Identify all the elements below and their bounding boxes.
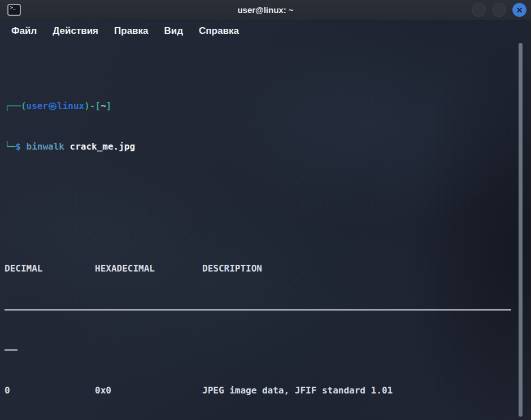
close-button[interactable]: ✕ xyxy=(512,3,526,17)
close-icon: ✕ xyxy=(516,6,523,15)
prompt-host: linux xyxy=(57,100,84,111)
table-row: 0 0x0 JPEG image data, JFIF standard 1.0… xyxy=(5,384,526,397)
titlebar[interactable]: >_ user@linux: ~ ✕ xyxy=(0,0,531,20)
maximize-button[interactable] xyxy=(492,3,506,17)
window-buttons: ✕ xyxy=(472,3,526,17)
terminal-window: { "window": { "title": "user@linux: ~" }… xyxy=(0,0,531,420)
menu-file[interactable]: Файл xyxy=(11,25,37,37)
prompt-frame: )-[ xyxy=(84,100,101,111)
window-title: user@linux: ~ xyxy=(0,0,531,20)
prompt-line-1: ┌──(user㉿linux)-[~] xyxy=(5,99,526,113)
command-name: binwalk xyxy=(27,141,64,152)
menu-edit[interactable]: Правка xyxy=(114,25,148,37)
col-decimal: DECIMAL xyxy=(5,262,95,275)
minimize-button[interactable] xyxy=(472,3,486,17)
cell-decimal: 0 xyxy=(5,384,95,397)
col-hexadecimal: HEXADECIMAL xyxy=(95,262,202,275)
prompt-frame: └─ xyxy=(5,141,15,152)
command-argument: crack_me.jpg xyxy=(70,141,136,152)
header-separator xyxy=(5,303,526,316)
col-description: DESCRIPTION xyxy=(202,262,526,275)
prompt-cwd: ~ xyxy=(101,100,106,111)
terminal-output-area[interactable]: ┌──(user㉿linux)-[~] └─$binwalkcrack_me.j… xyxy=(0,42,531,420)
command-line-1: └─$binwalkcrack_me.jpg xyxy=(5,140,526,154)
scrollbar-thumb[interactable] xyxy=(519,43,523,417)
prompt-user: user xyxy=(27,100,49,111)
kali-at-icon: ㉿ xyxy=(48,100,57,111)
blank-line xyxy=(5,194,526,208)
menubar: Файл Действия Правка Вид Справка xyxy=(0,20,531,42)
prompt-dollar: $ xyxy=(15,141,21,152)
prompt-frame: ┌──( xyxy=(5,100,27,111)
cell-hex: 0x0 xyxy=(95,384,202,397)
separator-wrap xyxy=(5,343,526,357)
table-header: DECIMAL HEXADECIMAL DESCRIPTION xyxy=(5,262,526,275)
cell-description: JPEG image data, JFIF standard 1.01 xyxy=(202,384,526,397)
prompt-frame: ] xyxy=(106,100,112,111)
menu-help[interactable]: Справка xyxy=(199,25,239,37)
menu-view[interactable]: Вид xyxy=(164,25,184,37)
menu-actions[interactable]: Действия xyxy=(53,25,98,37)
